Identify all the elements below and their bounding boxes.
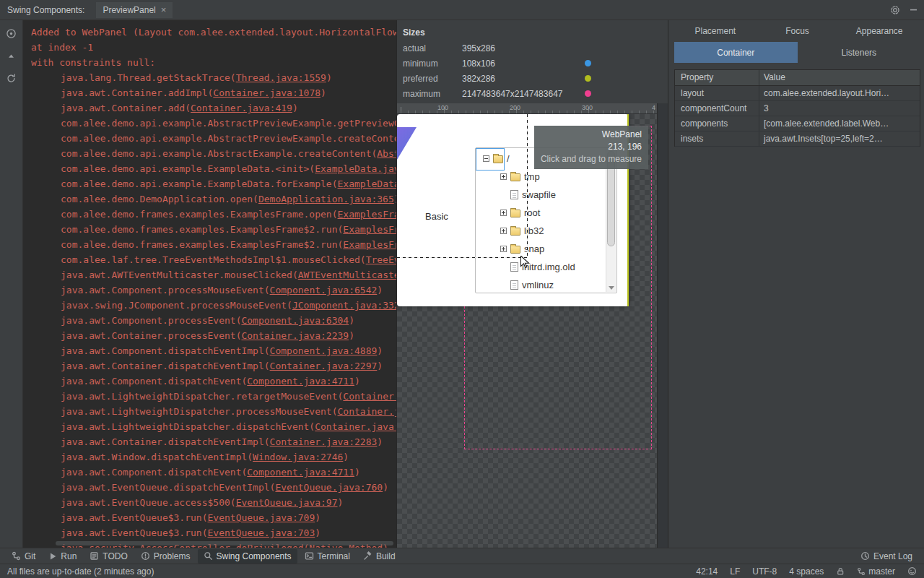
line-separator[interactable]: LF: [730, 566, 740, 577]
console-line: Added to WebPanel (Layout com.alee.exten…: [31, 25, 396, 40]
expand-handle-icon[interactable]: [500, 210, 507, 216]
stack-frame-link[interactable]: Container.java:2283: [270, 436, 378, 447]
event-log-button[interactable]: Event Log: [855, 549, 918, 564]
table-row[interactable]: insets java.awt.Insets[top=25,left=2…: [675, 131, 920, 147]
stack-frame-link[interactable]: ExamplesFrame.java:75: [343, 224, 396, 235]
status-message: All files are up-to-date (2 minutes ago): [7, 566, 154, 577]
tab-appearance[interactable]: Appearance: [838, 26, 920, 36]
console-line: com.alee.demo.api.example.AbstractExampl…: [31, 146, 396, 161]
stack-frame-link[interactable]: TreeEventMethodsImpl.java:61: [366, 254, 396, 265]
gear-icon[interactable]: [890, 5, 900, 15]
measure-canvas[interactable]: Basic /: [397, 114, 657, 548]
tool-window-title: Swing Components:: [7, 5, 84, 15]
stack-frame-link[interactable]: ExampleData.java:49: [315, 163, 396, 174]
tree-item[interactable]: swapfile: [476, 186, 616, 204]
horizontal-scrollbar[interactable]: [56, 541, 393, 545]
stack-frame-close: ): [349, 315, 354, 326]
tab-focus[interactable]: Focus: [757, 26, 839, 36]
stack-frame-link[interactable]: EventQueue.java:760: [275, 482, 383, 493]
file-encoding[interactable]: UTF-8: [752, 566, 777, 577]
property-name: components: [675, 116, 759, 131]
tree-item[interactable]: vmlinuz: [476, 276, 616, 293]
table-row[interactable]: components [com.alee.extended.label.Web…: [675, 116, 920, 131]
tab-listeners[interactable]: Listeners: [798, 42, 921, 63]
console-line: java.awt.LightweightDispatcher.retargetM…: [31, 389, 396, 404]
stack-frame-link[interactable]: Component.java:6304: [241, 315, 349, 326]
scroll-down-icon[interactable]: [609, 286, 614, 290]
stack-frame-link[interactable]: AWTEventMulticaster.java:270: [298, 269, 396, 280]
stack-frame-link[interactable]: EventQueue.java:97: [236, 497, 338, 508]
tool-button-todo[interactable]: TODO: [84, 549, 133, 564]
stack-trace-console[interactable]: Added to WebPanel (Layout com.alee.exten…: [23, 20, 396, 548]
table-row[interactable]: componentCount 3: [675, 101, 920, 116]
stack-frame-link[interactable]: Thread.java:1559: [236, 72, 326, 83]
hide-icon[interactable]: [909, 5, 918, 14]
tree-item-icon: [510, 228, 520, 236]
stack-frame-link[interactable]: AbstractExample.java:46: [377, 148, 396, 159]
stack-frame-text: javax.swing.JComponent.processMouseEvent…: [61, 300, 292, 311]
expand-handle-icon[interactable]: [500, 173, 507, 180]
stack-frame-link[interactable]: EventQueue.java:709: [208, 512, 315, 523]
stack-frame-link[interactable]: ExampleData.java:38: [338, 178, 396, 189]
indent-style[interactable]: 4 spaces: [789, 566, 824, 577]
table-row[interactable]: layout com.alee.extended.layout.Hori…: [675, 86, 920, 101]
stack-frame-close: ): [326, 72, 332, 83]
stack-frame-link[interactable]: Container.java:4535: [338, 406, 396, 417]
stack-frame-link[interactable]: Component.java:4711: [247, 467, 354, 478]
tree-item-label: initrd.img.old: [522, 262, 575, 272]
tool-button-swing-components[interactable]: Swing Components: [198, 549, 297, 564]
minimum-color-dot: [585, 60, 591, 66]
stack-frame-link[interactable]: ExamplesFrame.java:84: [338, 209, 396, 220]
stack-frame-link[interactable]: DemoApplication.java:365: [258, 194, 394, 204]
tree-item[interactable]: lib32: [476, 222, 616, 240]
tab-container[interactable]: Container: [674, 42, 798, 63]
console-line: with constraints null:: [31, 55, 396, 70]
tool-button-git[interactable]: Git: [6, 549, 41, 564]
stack-frame-link[interactable]: Container.java:2239: [241, 330, 349, 341]
stack-frame-link[interactable]: Component.java:6542: [270, 285, 378, 296]
stack-frame-link[interactable]: Container.java:4904: [343, 391, 396, 402]
tab-previewpanel[interactable]: PreviewPanel ×: [96, 2, 173, 18]
lock-icon[interactable]: [836, 566, 845, 576]
tool-button-terminal[interactable]: Terminal: [299, 549, 356, 564]
console-line: java.awt.LightweightDispatcher.dispatchE…: [31, 419, 396, 434]
tree-item[interactable]: snap: [476, 240, 616, 258]
tab-placement[interactable]: Placement: [674, 26, 757, 36]
stack-frame-link[interactable]: Container.java:1078: [213, 87, 321, 98]
property-name: componentCount: [675, 101, 759, 116]
stack-frame-link[interactable]: Container.java:4476: [315, 421, 396, 432]
console-line: java.awt.Component.processEvent(Componen…: [31, 313, 396, 328]
stack-frame-link[interactable]: EventQueue.java:703: [208, 527, 315, 538]
tool-button-problems[interactable]: Problems: [135, 549, 196, 564]
stack-frame-link[interactable]: Window.java:2746: [253, 452, 343, 462]
tree-item[interactable]: initrd.img.old: [476, 258, 616, 276]
refresh-icon[interactable]: [5, 72, 18, 85]
stack-frame-link[interactable]: Component.java:4711: [247, 376, 354, 387]
size-value: 108x106: [462, 59, 495, 69]
tree-item[interactable]: root: [476, 204, 616, 222]
notifications-icon[interactable]: [907, 566, 917, 576]
inspector-tabs-row1: Placement Focus Appearance: [674, 20, 920, 42]
tool-button-run[interactable]: Run: [43, 549, 82, 564]
stack-frame-text: java.awt.Container.processEvent(: [61, 330, 241, 341]
stack-frame-link[interactable]: ExamplesFrame.java:71: [343, 239, 396, 250]
size-label: minimum: [403, 59, 462, 69]
stack-frame-text: java.awt.Container.dispatchEventImpl(: [61, 361, 270, 371]
up-arrow-icon[interactable]: [5, 49, 18, 62]
stack-frame-link[interactable]: Container.java:2297: [270, 361, 378, 371]
git-branch-widget[interactable]: master: [857, 566, 895, 577]
app-root: Swing Components: PreviewPanel ×: [0, 0, 924, 578]
expand-handle-icon[interactable]: [500, 246, 507, 252]
tree-scrollbar[interactable]: [606, 149, 616, 292]
stack-frame-link[interactable]: JComponent.java:3324: [292, 300, 396, 311]
close-icon[interactable]: ×: [161, 7, 167, 14]
stack-frame-link[interactable]: Container.java:419: [191, 103, 292, 113]
inspector-tabs-row2: Container Listeners: [674, 42, 920, 63]
caret-position[interactable]: 42:14: [696, 566, 718, 577]
property-table-header: Property Value: [675, 70, 920, 86]
event-log-label: Event Log: [873, 551, 912, 561]
expand-handle-icon[interactable]: [500, 228, 507, 234]
tool-button-build[interactable]: Build: [357, 549, 401, 564]
preview-target-icon[interactable]: [5, 27, 18, 40]
stack-frame-link[interactable]: Component.java:4889: [270, 345, 378, 356]
